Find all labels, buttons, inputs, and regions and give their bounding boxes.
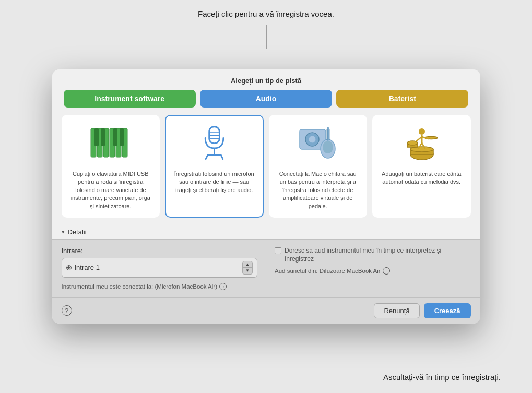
track-buttons-row: Instrument software Audio Baterist <box>52 90 480 115</box>
drummer-icon <box>400 123 442 165</box>
track-btn-audio[interactable]: Audio <box>200 90 332 108</box>
sound-arrow-icon[interactable]: → <box>383 267 390 275</box>
svg-point-20 <box>309 136 316 143</box>
svg-rect-9 <box>120 128 124 146</box>
card-microphone-text: Înregistrați folosind un microfon sau o … <box>172 170 256 194</box>
cards-area: Cuplați o claviatură MIDI USB pentru a r… <box>52 115 480 225</box>
track-btn-drummer[interactable]: Baterist <box>336 90 468 108</box>
details-right: Doresc să aud instrumentul meu în timp c… <box>266 247 471 290</box>
connected-text: Instrumentul meu este conectat la: (Micr… <box>62 283 258 290</box>
svg-rect-10 <box>209 126 219 143</box>
input-dropdown-left: Intrare 1 <box>66 264 100 271</box>
callout-line-top <box>266 25 266 49</box>
svg-line-16 <box>206 155 208 159</box>
card-guitar-text: Conectați la Mac o chitară sau un bas pe… <box>276 170 360 210</box>
create-button[interactable]: Creează <box>424 303 471 318</box>
sound-text: Aud sunetul din: Difuzoare MacBook Air → <box>275 267 471 275</box>
stepper[interactable]: ▲ ▼ <box>242 261 253 275</box>
svg-point-32 <box>407 141 418 145</box>
details-label: Detalii <box>68 228 87 236</box>
callout-top-text: Faceți clic pentru a vă înregistra vocea… <box>198 9 334 18</box>
microphone-icon <box>193 123 235 165</box>
callout-bottom-text: Ascultați-vă în timp ce înregistrați. <box>383 373 501 382</box>
callout-line-bottom <box>396 331 396 358</box>
stepper-up-icon[interactable]: ▲ <box>243 261 252 268</box>
stepper-down-icon[interactable]: ▼ <box>243 268 252 274</box>
piano-icon <box>90 123 132 165</box>
bottom-bar: ? Renunță Creează <box>52 297 480 324</box>
track-type-dialog: Alegeți un tip de pistă Instrument softw… <box>52 69 480 324</box>
outer-wrapper: Faceți clic pentru a vă înregistra vocea… <box>0 0 532 393</box>
card-guitar[interactable]: Conectați la Mac o chitară sau un bas pe… <box>269 115 368 218</box>
card-microphone[interactable]: Înregistrați folosind un microfon sau o … <box>165 115 264 218</box>
sound-label: Aud sunetul din: Difuzoare MacBook Air <box>275 268 381 274</box>
svg-rect-8 <box>113 128 117 146</box>
help-button[interactable]: ? <box>62 305 72 316</box>
chevron-down-icon: ▾ <box>62 229 65 235</box>
input-value: Intrare 1 <box>75 264 100 271</box>
details-panel: Intrare: Intrare 1 ▲ ▼ <box>52 239 480 297</box>
radio-dot-inner <box>67 266 70 269</box>
svg-line-17 <box>221 155 223 159</box>
bottom-actions: Renunță Creează <box>374 303 470 318</box>
svg-rect-6 <box>94 128 99 146</box>
input-dropdown[interactable]: Intrare 1 ▲ ▼ <box>62 258 258 278</box>
input-label: Intrare: <box>62 247 258 255</box>
checkbox-label: Doresc să aud instrumentul meu în timp c… <box>285 247 471 263</box>
details-left: Intrare: Intrare 1 ▲ ▼ <box>62 247 258 290</box>
card-drummer[interactable]: Adăugați un baterist care cântă automat … <box>372 115 471 218</box>
card-piano-text: Cuplați o claviatură MIDI USB pentru a r… <box>69 170 153 210</box>
details-columns: Intrare: Intrare 1 ▲ ▼ <box>62 247 471 290</box>
track-btn-software[interactable]: Instrument software <box>64 90 196 108</box>
svg-rect-7 <box>101 128 105 146</box>
card-drummer-text: Adăugați un baterist care cântă automat … <box>380 170 464 186</box>
cancel-button[interactable]: Renunță <box>374 303 419 318</box>
hear-checkbox[interactable] <box>275 247 281 254</box>
radio-dot <box>66 265 72 270</box>
dialog-header: Alegeți un tip de pistă <box>52 69 480 90</box>
guitar-icon <box>297 123 339 165</box>
svg-point-34 <box>419 128 425 135</box>
svg-point-22 <box>323 141 333 153</box>
connected-label: Instrumentul meu este conectat la: (Micr… <box>62 283 217 290</box>
details-toggle[interactable]: ▾ Detalii <box>52 225 480 239</box>
card-piano[interactable]: Cuplați o claviatură MIDI USB pentru a r… <box>62 115 160 218</box>
checkbox-row: Doresc să aud instrumentul meu în timp c… <box>275 247 471 263</box>
arrow-circle-icon[interactable]: → <box>219 283 227 290</box>
